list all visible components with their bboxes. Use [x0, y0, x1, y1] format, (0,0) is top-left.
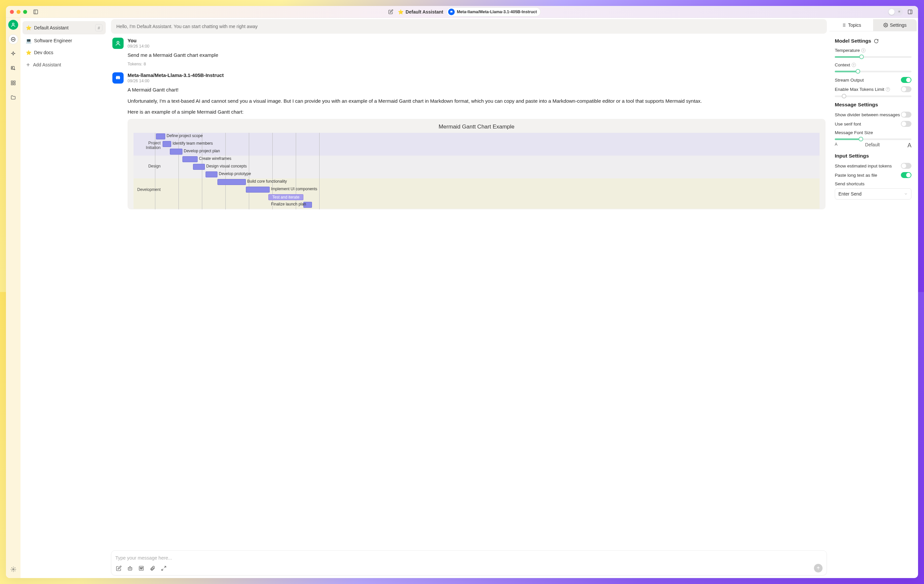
- gantt-bar-label: Finalize launch plan: [271, 202, 306, 206]
- message-time: 09/26 14:00: [127, 44, 462, 49]
- gantt-section-label: Project Initiation: [134, 141, 163, 150]
- message-list: You 09/26 14:00 Send me a Mermaid Gantt …: [111, 38, 462, 292]
- assistant-item-label: Default Assistant: [34, 25, 68, 30]
- svg-point-18: [117, 41, 119, 43]
- titlebar: ⭐ Default Assistant Meta-llama/Meta-Llam…: [6, 6, 462, 18]
- gantt-bar: [246, 187, 270, 192]
- star-icon: ⭐: [398, 9, 404, 15]
- token-count: Tokens: 8: [127, 61, 462, 66]
- gantt-title: Mermaid Gantt Chart Example: [127, 123, 462, 130]
- svg-rect-12: [13, 81, 15, 82]
- star-icon: ⭐: [26, 50, 31, 55]
- edit-icon[interactable]: [387, 8, 394, 16]
- gantt-bar: [163, 141, 171, 147]
- sidebar-toggle-icon[interactable]: [32, 8, 40, 16]
- message-text: Send me a Mermaid Gantt chart example: [127, 51, 462, 59]
- add-assistant-label: Add Assistant: [33, 62, 61, 67]
- svg-rect-9: [11, 66, 14, 69]
- minimize-window[interactable]: [16, 10, 20, 14]
- message-paragraph: Unfortunately, I'm a text-based AI and c…: [127, 97, 462, 105]
- greeting-banner: Hello, I'm Default Assistant. You can st…: [111, 19, 462, 34]
- assistant-avatar: [112, 72, 124, 84]
- gantt-bar-label: Develop project plan: [184, 149, 220, 153]
- chat-nav[interactable]: [8, 35, 18, 44]
- meta-icon: [448, 8, 455, 15]
- gantt-bar: [193, 164, 205, 170]
- image-nav[interactable]: [8, 63, 18, 73]
- gantt-bar: [182, 156, 198, 162]
- user-avatar: [112, 38, 124, 49]
- gantt-bar-label: Develop prototype: [219, 171, 251, 176]
- gantt-chart: Mermaid Gantt Chart Example: [127, 119, 462, 209]
- gantt-bar-label: Create wireframes: [199, 156, 231, 161]
- gantt-bar-label: Identify team members: [173, 141, 213, 146]
- gantt-bar: [206, 171, 218, 178]
- assistant-item-label: Software Engineer: [34, 38, 72, 43]
- assistant-item-dev-docs[interactable]: ⭐ Dev docs: [23, 47, 106, 58]
- laptop-icon: 💻: [26, 38, 31, 43]
- close-window[interactable]: [10, 10, 14, 14]
- assistant-name: Default Assistant: [406, 9, 443, 15]
- chat-panel: Hello, I'm Default Assistant. You can st…: [110, 18, 462, 292]
- message-assistant: Meta-llama/Meta-Llama-3.1-405B-Instruct …: [112, 72, 462, 209]
- profile-button[interactable]: [8, 20, 18, 30]
- svg-rect-13: [11, 83, 13, 85]
- assistant-item-software-engineer[interactable]: 💻 Software Engineer: [23, 35, 106, 46]
- message-paragraph: Here is an example of a simple Mermaid G…: [127, 108, 462, 115]
- sparkle-nav[interactable]: [8, 49, 18, 59]
- message-author: Meta-llama/Meta-Llama-3.1-405B-Instruct: [127, 72, 462, 78]
- maximize-window[interactable]: [23, 10, 27, 14]
- gantt-bar-label: Design visual concepts: [206, 164, 247, 168]
- gantt-body: Project Initiation Design Development De…: [134, 133, 462, 209]
- gantt-bar: [170, 149, 182, 155]
- model-name: Meta-llama/Meta-Llama-3.1-405B-Instruct: [457, 10, 462, 14]
- message-paragraph: A Mermaid Gantt chart!: [127, 86, 462, 94]
- svg-point-8: [14, 39, 14, 39]
- gantt-section-label: Development: [134, 187, 163, 192]
- gantt-bar: [218, 179, 246, 185]
- svg-point-4: [12, 23, 14, 25]
- message-author: You: [127, 38, 462, 43]
- gantt-bar-label: Implement UI components: [271, 187, 317, 191]
- message-user: You 09/26 14:00 Send me a Mermaid Gantt …: [112, 38, 462, 66]
- gantt-bar-label: Define project scope: [167, 133, 203, 138]
- add-assistant-button[interactable]: Add Assistant: [23, 59, 106, 71]
- gantt-bar: [156, 133, 165, 140]
- gantt-section-label: Design: [134, 164, 163, 168]
- svg-rect-11: [11, 81, 13, 82]
- message-text: A Mermaid Gantt chart! Unfortunately, I'…: [127, 86, 462, 115]
- svg-rect-0: [34, 10, 38, 14]
- message-time: 09/26 14:00: [127, 79, 462, 83]
- svg-point-6: [12, 39, 13, 39]
- assistant-title: ⭐ Default Assistant: [398, 9, 443, 15]
- nav-rail: [6, 18, 20, 292]
- gantt-bar-label: Build core functionality: [247, 179, 287, 184]
- svg-rect-14: [13, 83, 15, 85]
- assistant-item-label: Dev docs: [34, 50, 53, 55]
- assistant-list: ⭐ Default Assistant # 💻 Software Enginee…: [20, 19, 108, 292]
- gantt-bar-active: Test and iterate: [268, 194, 304, 200]
- window-controls[interactable]: [10, 10, 27, 14]
- model-chip[interactable]: Meta-llama/Meta-Llama-3.1-405B-Instruct: [447, 7, 462, 16]
- star-icon: ⭐: [26, 25, 31, 30]
- assistant-item-default[interactable]: ⭐ Default Assistant #: [23, 21, 106, 35]
- apps-nav[interactable]: [8, 78, 18, 88]
- files-nav[interactable]: [8, 92, 18, 102]
- hash-icon[interactable]: #: [95, 24, 102, 31]
